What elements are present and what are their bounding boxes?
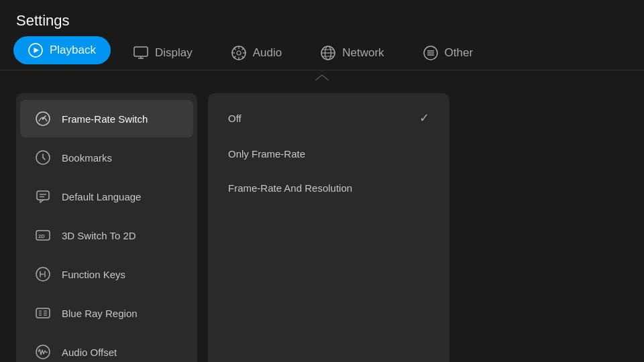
sidebar-item-blue-ray-region-label: Blue Ray Region: [62, 308, 138, 319]
tab-playback-label: Playback: [50, 44, 96, 57]
menu-lines-icon: [423, 46, 438, 60]
option-only-frame-rate-label: Only Frame-Rate: [228, 148, 305, 160]
speech-bubble-icon: [34, 187, 52, 206]
option-frame-rate-and-resolution-label: Frame-Rate And Resolution: [228, 182, 352, 194]
monitor-icon: [133, 46, 148, 60]
sidebar-item-function-keys-label: Function Keys: [62, 269, 125, 280]
main-content: Frame-Rate Switch Bookmarks: [0, 86, 644, 362]
tab-audio[interactable]: Audio: [215, 36, 298, 70]
tab-display-label: Display: [155, 46, 193, 60]
gauge-icon: [34, 109, 52, 128]
tab-other-label: Other: [445, 46, 474, 60]
option-off-label: Off: [228, 113, 241, 124]
sidebar: Frame-Rate Switch Bookmarks: [16, 93, 197, 362]
option-frame-rate-and-resolution[interactable]: Frame-Rate And Resolution: [212, 172, 445, 204]
svg-point-26: [42, 118, 44, 120]
sidebar-item-audio-offset-label: Audio Offset: [62, 347, 117, 358]
options-panel: Off ✓ Only Frame-Rate Frame-Rate And Res…: [208, 93, 449, 362]
svg-point-6: [237, 51, 241, 55]
sidebar-item-bookmarks-label: Bookmarks: [62, 152, 112, 164]
tab-playback[interactable]: Playback: [13, 36, 111, 64]
tab-audio-label: Audio: [253, 46, 282, 60]
sidebar-item-frame-rate-switch[interactable]: Frame-Rate Switch: [20, 100, 193, 137]
sidebar-item-function-keys[interactable]: Function Keys: [20, 255, 193, 293]
sidebar-item-bookmarks[interactable]: Bookmarks: [20, 139, 193, 176]
svg-rect-30: [37, 191, 49, 200]
svg-rect-36: [36, 308, 50, 318]
disc-icon: [34, 304, 52, 322]
tab-other[interactable]: Other: [407, 36, 490, 70]
sidebar-item-audio-offset[interactable]: Audio Offset: [20, 333, 193, 362]
fn-key-icon: [34, 265, 52, 284]
svg-rect-2: [134, 47, 148, 56]
page-title: Settings: [0, 0, 644, 36]
sidebar-item-blue-ray-region[interactable]: Blue Ray Region: [20, 294, 193, 332]
tab-bar: Playback Display: [0, 36, 644, 70]
option-only-frame-rate[interactable]: Only Frame-Rate: [212, 137, 445, 170]
sidebar-item-3d-switch[interactable]: 2D 3D Switch To 2D: [20, 217, 193, 254]
active-tab-indicator: [0, 70, 644, 86]
audio-grid-icon: [231, 46, 246, 60]
3d-badge-icon: 2D: [34, 226, 52, 245]
waveform-icon: [34, 343, 52, 361]
svg-marker-1: [34, 48, 40, 53]
tab-network-label: Network: [342, 46, 384, 60]
svg-text:2D: 2D: [38, 233, 45, 239]
check-icon: ✓: [419, 111, 429, 125]
globe-icon: [321, 46, 335, 60]
sidebar-item-3d-switch-label: 3D Switch To 2D: [62, 230, 136, 241]
sidebar-item-frame-rate-switch-label: Frame-Rate Switch: [62, 113, 148, 125]
svg-line-29: [43, 158, 45, 160]
sidebar-item-default-language-label: Default Language: [62, 191, 141, 202]
clock-icon: [34, 148, 52, 167]
tab-network[interactable]: Network: [305, 36, 400, 70]
sidebar-item-default-language[interactable]: Default Language: [20, 178, 193, 215]
tab-display[interactable]: Display: [117, 36, 209, 70]
play-circle-icon: [28, 43, 43, 58]
option-off[interactable]: Off ✓: [212, 100, 445, 136]
